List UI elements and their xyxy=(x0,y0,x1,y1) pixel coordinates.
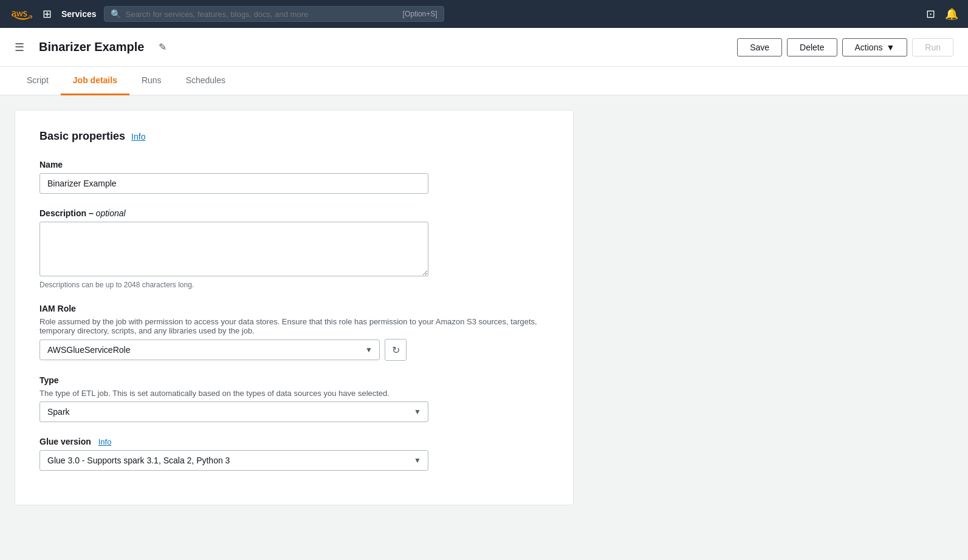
delete-button[interactable]: Delete xyxy=(787,38,837,56)
glue-version-label: Glue version Info xyxy=(39,437,549,446)
tab-runs[interactable]: Runs xyxy=(129,67,174,95)
type-desc: The type of ETL job. This is set automat… xyxy=(39,389,549,398)
type-select-wrap: Spark ▼ xyxy=(39,401,428,422)
actions-button[interactable]: Actions ▼ xyxy=(842,38,908,56)
page-title: Binarizer Example xyxy=(39,40,144,54)
search-box[interactable]: 🔍 [Option+S] xyxy=(104,6,444,22)
aws-logo-icon[interactable] xyxy=(10,6,33,22)
description-field-group: Description – optional Descriptions can … xyxy=(39,208,549,289)
tabs-bar: Script Job details Runs Schedules xyxy=(0,67,968,95)
glue-version-select[interactable]: Glue 3.0 - Supports spark 3.1, Scala 2, … xyxy=(39,450,428,471)
top-navigation: ⊞ Services 🔍 [Option+S] ⊡ 🔔 xyxy=(0,0,968,28)
description-hint: Descriptions can be up to 2048 character… xyxy=(39,281,549,289)
basic-properties-card: Basic properties Info Name Description –… xyxy=(15,110,574,505)
glue-version-select-wrap: Glue 3.0 - Supports spark 3.1, Scala 2, … xyxy=(39,450,428,471)
search-icon: 🔍 xyxy=(111,9,121,19)
edit-icon[interactable]: ✎ xyxy=(159,41,166,53)
basic-properties-info-link[interactable]: Info xyxy=(131,132,145,142)
services-label[interactable]: Services xyxy=(61,9,97,19)
iam-role-select-row: AWSGlueServiceRole ▼ ↻ xyxy=(39,339,549,361)
tab-schedules[interactable]: Schedules xyxy=(174,67,238,95)
bell-icon[interactable]: 🔔 xyxy=(945,7,958,21)
iam-role-select-wrap: AWSGlueServiceRole ▼ xyxy=(39,340,380,360)
refresh-icon: ↻ xyxy=(392,344,400,356)
name-input[interactable] xyxy=(39,173,428,194)
iam-role-refresh-button[interactable]: ↻ xyxy=(385,339,407,361)
name-label: Name xyxy=(39,160,549,169)
save-button[interactable]: Save xyxy=(737,38,782,56)
tab-script[interactable]: Script xyxy=(15,67,61,95)
type-label: Type xyxy=(39,375,549,385)
actions-dropdown-icon: ▼ xyxy=(886,43,894,52)
main-content: Basic properties Info Name Description –… xyxy=(0,95,968,558)
section-title: Basic properties Info xyxy=(39,130,549,143)
glue-version-field-group: Glue version Info Glue 3.0 - Supports sp… xyxy=(39,437,549,471)
description-textarea[interactable] xyxy=(39,222,428,276)
iam-role-desc: Role assumed by the job with permission … xyxy=(39,317,549,335)
tab-job-details[interactable]: Job details xyxy=(61,67,129,95)
terminal-icon[interactable]: ⊡ xyxy=(926,7,935,21)
type-field-group: Type The type of ETL job. This is set au… xyxy=(39,375,549,422)
apps-grid-icon[interactable]: ⊞ xyxy=(40,5,54,23)
header-bar: ☰ Binarizer Example ✎ Save Delete Action… xyxy=(0,28,968,67)
iam-role-field-group: IAM Role Role assumed by the job with pe… xyxy=(39,304,549,361)
sidebar-toggle-icon[interactable]: ☰ xyxy=(15,41,24,54)
iam-role-select[interactable]: AWSGlueServiceRole xyxy=(39,340,380,360)
iam-role-label: IAM Role xyxy=(39,304,549,313)
run-button[interactable]: Run xyxy=(912,38,953,56)
search-shortcut: [Option+S] xyxy=(403,10,438,18)
name-field-group: Name xyxy=(39,160,549,194)
type-select[interactable]: Spark xyxy=(39,401,428,422)
search-input[interactable] xyxy=(126,10,398,19)
description-label: Description – optional xyxy=(39,208,549,218)
glue-version-info-link[interactable]: Info xyxy=(98,437,112,446)
